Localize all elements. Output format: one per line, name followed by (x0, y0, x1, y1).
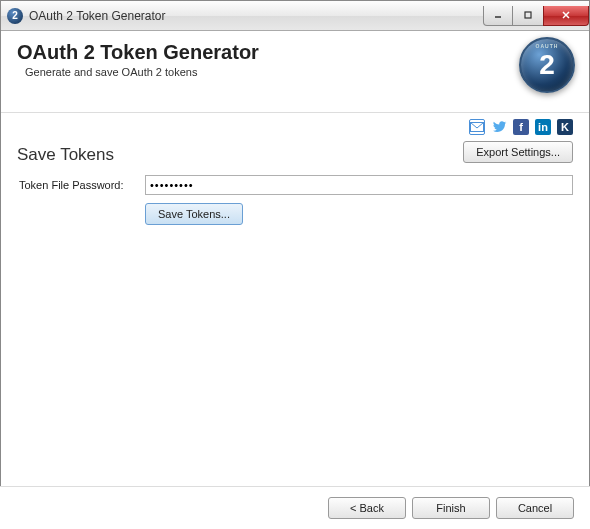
back-button[interactable]: < Back (328, 497, 406, 519)
cancel-button[interactable]: Cancel (496, 497, 574, 519)
page-subtitle: Generate and save OAuth 2 tokens (25, 66, 573, 78)
logo-digit: 2 (539, 49, 555, 81)
close-button[interactable] (543, 6, 589, 26)
twitter-icon[interactable] (491, 119, 507, 135)
header: OAuth 2 Token Generator Generate and sav… (1, 31, 589, 113)
titlebar: 2 OAuth 2 Token Generator (1, 1, 589, 31)
save-tokens-button[interactable]: Save Tokens... (145, 203, 243, 225)
finish-button[interactable]: Finish (412, 497, 490, 519)
window-title: OAuth 2 Token Generator (29, 9, 166, 23)
password-row: Token File Password: (17, 175, 573, 195)
page-title: OAuth 2 Token Generator (17, 41, 573, 64)
linkedin-icon[interactable]: in (535, 119, 551, 135)
window-controls (483, 6, 589, 26)
svg-rect-1 (525, 12, 531, 18)
password-label: Token File Password: (17, 179, 145, 191)
maximize-button[interactable] (513, 6, 543, 26)
content-area: Save Tokens Export Settings... Token Fil… (1, 139, 589, 231)
k-icon[interactable]: K (557, 119, 573, 135)
export-settings-button[interactable]: Export Settings... (463, 141, 573, 163)
save-row: Save Tokens... (145, 203, 573, 225)
social-icons: f in K (1, 113, 589, 139)
facebook-icon[interactable]: f (513, 119, 529, 135)
wizard-footer: < Back Finish Cancel (0, 486, 590, 529)
minimize-button[interactable] (483, 6, 513, 26)
app-icon: 2 (7, 8, 23, 24)
token-file-password-input[interactable] (145, 175, 573, 195)
mail-icon[interactable] (469, 119, 485, 135)
oauth2-logo: 2 (519, 37, 575, 93)
